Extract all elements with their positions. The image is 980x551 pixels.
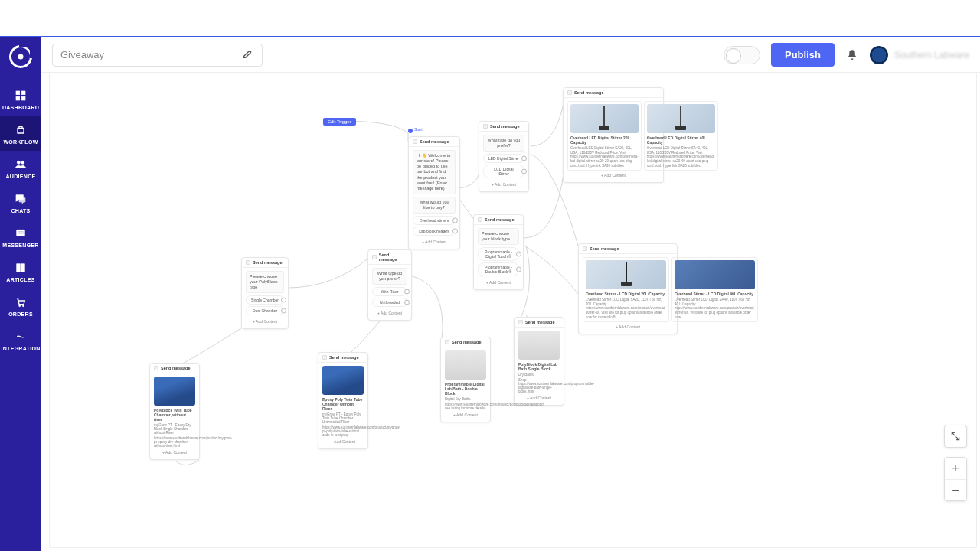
node-send-message-stirrer-type[interactable]: Send message What type do you prefer? LE… bbox=[479, 121, 529, 192]
product-desc: Overhead Stirrer LCD Digital SA40, 110V … bbox=[675, 298, 755, 319]
product-title: PolyBlock Digital Lab Bath Single Block bbox=[518, 362, 560, 371]
product-card[interactable]: Overhead Stirrer - LCD Digital 20L Capac… bbox=[583, 257, 669, 322]
zoom-in-button[interactable]: + bbox=[945, 458, 966, 479]
node-send-message-twin-noriser[interactable]: Send message PolyBlock Twin Tube Chamber… bbox=[149, 363, 200, 460]
add-content-button[interactable]: + Add Content bbox=[445, 410, 486, 418]
product-title: Overhead LED Digital Stirrer 40L Capacit… bbox=[647, 135, 715, 145]
node-title: Send message bbox=[485, 217, 514, 222]
product-sub: myGrow PT - Epoxy Poly Twin Tube Chamber… bbox=[322, 412, 364, 424]
sidebar-item-audience[interactable]: AUDIENCE bbox=[0, 151, 41, 185]
add-content-button[interactable]: + Add Content bbox=[154, 448, 195, 455]
add-content-button[interactable]: + Add Content bbox=[478, 278, 519, 285]
product-image bbox=[322, 366, 364, 395]
product-desc: Shop https://www.southernlabware.com/pro… bbox=[518, 378, 560, 393]
sidebar-item-label: AUDIENCE bbox=[6, 174, 36, 179]
product-card[interactable]: Overhead LED Digital Stirrer 20L Capacit… bbox=[567, 101, 642, 171]
product-desc: https://www.southernlabware.com/product/… bbox=[322, 425, 364, 437]
product-desc: Overhead LED Digital Stirrer SA40, 40L, … bbox=[647, 146, 715, 168]
workflow-icon bbox=[14, 124, 28, 136]
node-text: Please choose your block type bbox=[478, 228, 519, 245]
workflow-canvas[interactable]: Edit Trigger Start Send message Hi 👋 Wel… bbox=[49, 73, 977, 548]
node-title: Send message bbox=[420, 139, 449, 144]
svg-point-4 bbox=[17, 161, 20, 164]
product-title: Overhead Stirrer - LCD Digital 40L Capac… bbox=[675, 292, 755, 296]
topbar: Giveaway Publish Southern Labware bbox=[41, 37, 980, 73]
node-option[interactable]: LED Digital Stirrer bbox=[483, 154, 524, 163]
add-content-button[interactable]: + Add Content bbox=[483, 180, 524, 187]
zoom-out-button[interactable]: − bbox=[945, 479, 966, 500]
node-prompt: What type do you prefer? bbox=[372, 268, 407, 285]
messenger-icon bbox=[14, 227, 28, 240]
edit-trigger-button[interactable]: Edit Trigger bbox=[323, 118, 356, 126]
add-content-button[interactable]: + Add Content bbox=[518, 393, 560, 401]
dashboard-icon bbox=[14, 90, 28, 102]
articles-icon bbox=[14, 262, 28, 274]
node-send-message-riser[interactable]: Send message What type do you prefer? Wi… bbox=[368, 249, 412, 321]
node-option[interactable]: Unthreaded bbox=[372, 298, 407, 307]
sidebar-item-dashboard[interactable]: DASHBOARD bbox=[0, 82, 41, 116]
product-card[interactable]: Overhead LED Digital Stirrer 40L Capacit… bbox=[644, 101, 718, 171]
product-card[interactable]: Overhead Stirrer - LCD Digital 40L Capac… bbox=[671, 257, 758, 322]
node-title: Send message bbox=[452, 340, 482, 344]
product-image bbox=[518, 331, 560, 360]
product-image bbox=[647, 104, 715, 133]
notifications-icon[interactable] bbox=[845, 48, 859, 62]
workflow-title-input[interactable]: Giveaway bbox=[52, 44, 263, 67]
add-content-button[interactable]: + Add Content bbox=[583, 322, 673, 330]
sidebar-item-integration[interactable]: INTEGRATION bbox=[0, 323, 41, 357]
product-title: PolyBlock Twin Tube Chamber, without ris… bbox=[154, 408, 195, 422]
app-logo[interactable] bbox=[9, 45, 32, 68]
node-title: Send message bbox=[574, 90, 604, 95]
add-content-button[interactable]: + Add Content bbox=[322, 437, 364, 445]
fit-view-button[interactable] bbox=[944, 425, 967, 448]
publish-button[interactable]: Publish bbox=[771, 43, 835, 67]
sidebar-item-messenger[interactable]: MESSENGER bbox=[0, 220, 41, 254]
sidebar-item-orders[interactable]: ORDERS bbox=[0, 289, 41, 323]
node-send-message-block-type[interactable]: Send message Please choose your block ty… bbox=[473, 214, 524, 290]
product-sub: Dry Baths bbox=[518, 373, 560, 377]
node-title: Send message bbox=[525, 320, 555, 324]
node-option[interactable]: With Riser bbox=[372, 287, 407, 296]
add-content-button[interactable]: + Add Content bbox=[567, 171, 659, 178]
node-option[interactable]: Dual Chamber bbox=[246, 306, 284, 315]
node-send-message-welcome[interactable]: Send message Hi 👋 Welcome to our store! … bbox=[408, 136, 460, 249]
node-option[interactable]: Single Chamber bbox=[246, 295, 284, 305]
add-content-button[interactable]: + Add Content bbox=[372, 308, 407, 316]
svg-point-5 bbox=[21, 161, 24, 164]
sidebar-item-label: WORKFLOW bbox=[3, 139, 38, 145]
product-image bbox=[154, 377, 195, 406]
sidebar-item-label: INTEGRATION bbox=[1, 346, 40, 351]
node-option[interactable]: Overhead stirrers bbox=[413, 216, 456, 225]
product-sub: Digital Dry Baths bbox=[445, 397, 486, 401]
enable-toggle[interactable] bbox=[724, 46, 760, 64]
node-option[interactable]: Programmable - Double Block ® bbox=[478, 262, 519, 276]
svg-rect-3 bbox=[21, 96, 25, 100]
sidebar-item-chats[interactable]: CHATS bbox=[0, 185, 41, 220]
node-send-message-single-bath[interactable]: Send message PolyBlock Digital Lab Bath … bbox=[514, 317, 564, 406]
product-title: Overhead Stirrer - LCD Digital 20L Capac… bbox=[586, 292, 666, 296]
sidebar-item-label: ARTICLES bbox=[6, 277, 34, 282]
sidebar-item-workflow[interactable]: WORKFLOW bbox=[0, 116, 41, 151]
node-option[interactable]: Programmable - Digital Touch ® bbox=[478, 247, 519, 261]
add-content-button[interactable]: + Add Content bbox=[246, 317, 284, 324]
node-title: Send message bbox=[329, 355, 359, 360]
chats-icon bbox=[14, 193, 28, 205]
node-send-message-twin-riser[interactable]: Send message Epoxy Poly Twin Tube Chambe… bbox=[318, 352, 368, 449]
node-send-message-lcd-stirrers[interactable]: Send message Overhead Stirrer - LCD Digi… bbox=[578, 243, 678, 334]
user-avatar[interactable] bbox=[870, 46, 888, 64]
node-option[interactable]: LCD Digital Stirrer bbox=[483, 165, 524, 178]
sidebar-item-label: ORDERS bbox=[8, 311, 33, 317]
product-desc: https://www.southernlabware.com/product/… bbox=[445, 403, 486, 410]
node-send-message-led-stirrers[interactable]: Send message Overhead LED Digital Stirre… bbox=[563, 87, 664, 183]
node-prompt: What type do you prefer? bbox=[483, 135, 524, 152]
node-send-message-polyblock[interactable]: Send message Please choose your PolyBloc… bbox=[241, 257, 289, 329]
username-label: Southern Labware bbox=[894, 50, 969, 60]
edit-title-icon[interactable] bbox=[242, 47, 254, 62]
node-option[interactable]: Lab block heaters bbox=[413, 227, 456, 236]
sidebar-item-label: CHATS bbox=[11, 208, 30, 214]
node-send-message-double-bath[interactable]: Send message Programmable Digital Lab Ba… bbox=[440, 337, 491, 422]
sidebar-item-articles[interactable]: ARTICLES bbox=[0, 254, 41, 289]
add-content-button[interactable]: + Add Content bbox=[413, 237, 456, 245]
node-title: Send message bbox=[161, 366, 191, 370]
product-title: Overhead LED Digital Stirrer 20L Capacit… bbox=[570, 135, 639, 145]
